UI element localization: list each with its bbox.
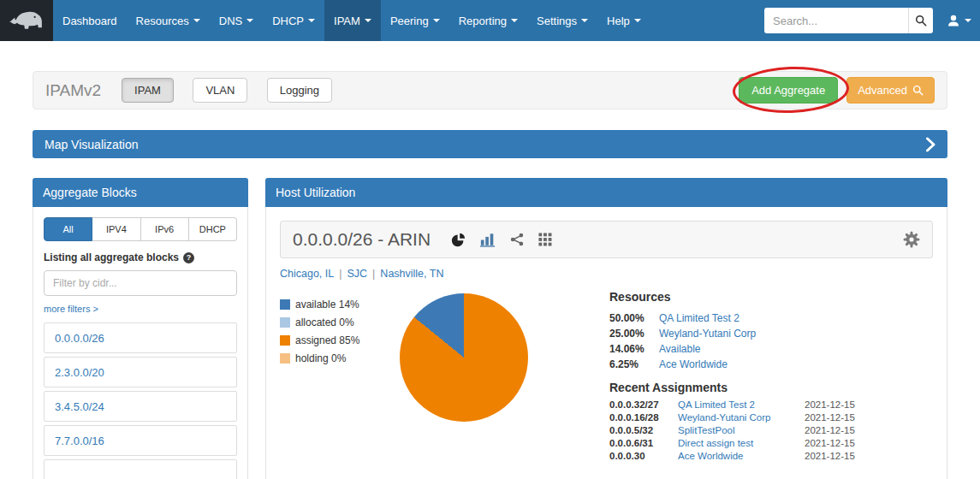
legend-label: allocated 0% (295, 316, 354, 328)
nav-item-ipam[interactable]: IPAM (324, 0, 381, 41)
aggregate-filter-tabs: All IPV4 IPv6 DHCP (44, 217, 237, 241)
assignment-date: 2021-12-15 (805, 438, 864, 448)
search-input[interactable] (764, 8, 908, 33)
legend-swatch (280, 353, 290, 364)
view-tabs: IPAM VLAN Logging (122, 78, 332, 103)
resource-row: 50.00%QA Limited Test 2 (609, 312, 883, 324)
chevron-right-icon[interactable] (925, 137, 935, 152)
pie-chart-icon[interactable] (451, 233, 466, 247)
legend-label: assigned 85% (295, 334, 359, 346)
more-filters-link[interactable]: more filters > (44, 304, 98, 314)
aggregate-block-cidr: 7.7.0.0/16 (55, 435, 104, 447)
assignment-link[interactable]: Ace Worldwide (678, 451, 799, 461)
main-nav: Dashboard Resources DNS DHCP IPAM Peerin… (53, 0, 650, 41)
nav-item-dhcp[interactable]: DHCP (263, 0, 324, 41)
tab-ipv4[interactable]: IPV4 (92, 217, 140, 241)
resource-row: 14.06%Available (609, 343, 883, 355)
legend-swatch (280, 317, 290, 328)
tab-dhcp[interactable]: DHCP (189, 217, 237, 241)
host-utilization-panel: Host Utilization 0.0.0.0/26 - ARIN (265, 178, 947, 479)
rhino-logo-icon (8, 6, 45, 35)
aggregate-block-cidr: 2.3.0.0/20 (55, 366, 104, 379)
nav-item-label: Settings (537, 15, 577, 27)
caret-down-icon (308, 19, 315, 22)
aggregate-block-row[interactable] (44, 459, 237, 479)
nav-item-peering[interactable]: Peering (381, 0, 449, 41)
legend-item: allocated 0% (280, 316, 400, 328)
block-subheader: 0.0.0.0/26 - ARIN (280, 221, 933, 258)
gear-icon[interactable] (903, 231, 920, 248)
utilization-pie (400, 293, 528, 422)
assignment-date: 2021-12-15 (805, 451, 864, 461)
grid-view-icon[interactable] (538, 233, 552, 246)
utilization-chart-row: available 14% allocated 0% assigned 85% … (280, 288, 933, 464)
aggregate-blocks-header: Aggregate Blocks (33, 178, 248, 207)
host-utilization-body: 0.0.0.0/26 - ARIN (265, 207, 947, 479)
map-visualization-title: Map Visualization (45, 138, 138, 151)
caret-down-icon (433, 19, 440, 22)
help-icon[interactable]: ? (183, 252, 194, 263)
aggregate-block-row[interactable]: 3.4.5.0/24 (44, 391, 237, 422)
region-link[interactable]: Nashville, TN (380, 268, 443, 280)
nav-item-dns[interactable]: DNS (210, 0, 263, 41)
resource-link[interactable]: Ace Worldwide (659, 358, 883, 370)
caret-down-icon (581, 19, 588, 22)
pie-legend: available 14% allocated 0% assigned 85% … (280, 299, 400, 364)
region-separator: | (339, 268, 342, 280)
assignment-link[interactable]: Weyland-Yutani Corp (678, 412, 799, 423)
aggregate-block-row[interactable]: 0.0.0.0/26 (44, 322, 237, 353)
nav-item-label: Dashboard (62, 15, 117, 27)
nav-item-reporting[interactable]: Reporting (449, 0, 527, 41)
nav-item-label: DNS (219, 15, 242, 27)
assignment-link[interactable]: QA Limited Test 2 (678, 399, 799, 410)
legend-item: assigned 85% (280, 334, 400, 346)
caret-down-icon (365, 19, 371, 22)
add-aggregate-button[interactable]: Add Aggregate (739, 77, 838, 103)
recent-assignment-row: 0.0.0.16/28Weyland-Yutani Corp2021-12-15 (609, 412, 883, 423)
tab-all[interactable]: All (44, 217, 92, 241)
assignment-link[interactable]: Direct assign test (678, 438, 799, 448)
tab-logging[interactable]: Logging (267, 78, 332, 103)
assignment-date: 2021-12-15 (805, 425, 864, 435)
legend-swatch (280, 335, 290, 346)
top-navbar: Dashboard Resources DNS DHCP IPAM Peerin… (0, 0, 980, 41)
region-link[interactable]: SJC (347, 268, 367, 280)
nav-item-dashboard[interactable]: Dashboard (53, 0, 127, 41)
aggregate-blocks-panel: Aggregate Blocks All IPV4 IPv6 DHCP List… (33, 178, 248, 479)
page-container: IPAMv2 IPAM VLAN Logging Add Aggregate A… (33, 71, 947, 479)
tab-ipv6[interactable]: IPv6 (141, 217, 189, 241)
aggregate-block-cidr: 0.0.0.0/26 (55, 332, 104, 345)
nav-item-resources[interactable]: Resources (127, 0, 210, 41)
aggregate-block-row[interactable]: 7.7.0.0/16 (44, 425, 237, 456)
resource-link[interactable]: QA Limited Test 2 (659, 312, 883, 324)
app-logo[interactable] (0, 0, 53, 41)
map-visualization-bar[interactable]: Map Visualization (33, 130, 947, 158)
resource-percent: 14.06% (609, 343, 654, 355)
navbar-right (764, 0, 980, 41)
nav-item-settings[interactable]: Settings (527, 0, 597, 41)
resource-link[interactable]: Weyland-Yutani Corp (659, 328, 883, 340)
advanced-button[interactable]: Advanced (846, 77, 935, 103)
panel-title: Aggregate Blocks (43, 186, 137, 199)
region-link[interactable]: Chicago, IL (280, 268, 334, 280)
share-icon[interactable] (510, 233, 524, 246)
listing-label-text: Listing all aggregate blocks (44, 251, 179, 263)
bar-chart-icon[interactable] (480, 233, 496, 247)
tab-ipam[interactable]: IPAM (122, 78, 174, 103)
cidr-filter-input[interactable] (44, 270, 237, 296)
resource-link[interactable]: Available (659, 343, 883, 355)
caret-down-icon (634, 19, 641, 22)
search-button[interactable] (908, 8, 933, 33)
nav-item-label: Help (607, 15, 630, 27)
assignment-cidr: 0.0.0.5/32 (609, 425, 673, 435)
assignment-link[interactable]: SplitTestPool (678, 425, 799, 435)
aggregate-block-row[interactable]: 2.3.0.0/20 (44, 357, 237, 387)
tab-vlan[interactable]: VLAN (193, 78, 247, 103)
recent-assignment-row: 0.0.0.6/31Direct assign test2021-12-15 (609, 438, 883, 448)
user-menu[interactable] (947, 14, 971, 27)
content-row: Aggregate Blocks All IPV4 IPv6 DHCP List… (33, 178, 947, 479)
resource-percent: 6.25% (609, 358, 654, 370)
nav-item-help[interactable]: Help (597, 0, 650, 41)
assignment-cidr: 0.0.0.6/31 (609, 438, 673, 448)
panel-title: Host Utilization (276, 186, 355, 199)
